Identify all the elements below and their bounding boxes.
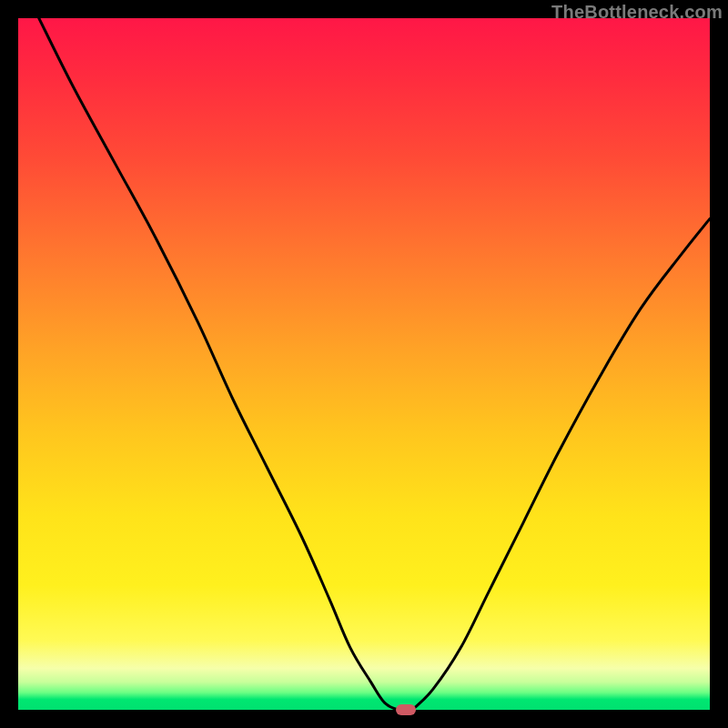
minimum-marker: [396, 704, 416, 715]
outer-frame: TheBottleneck.com: [0, 0, 728, 728]
plot-area: [18, 18, 710, 710]
bottleneck-curve: [18, 18, 710, 710]
curve-path: [39, 18, 710, 710]
